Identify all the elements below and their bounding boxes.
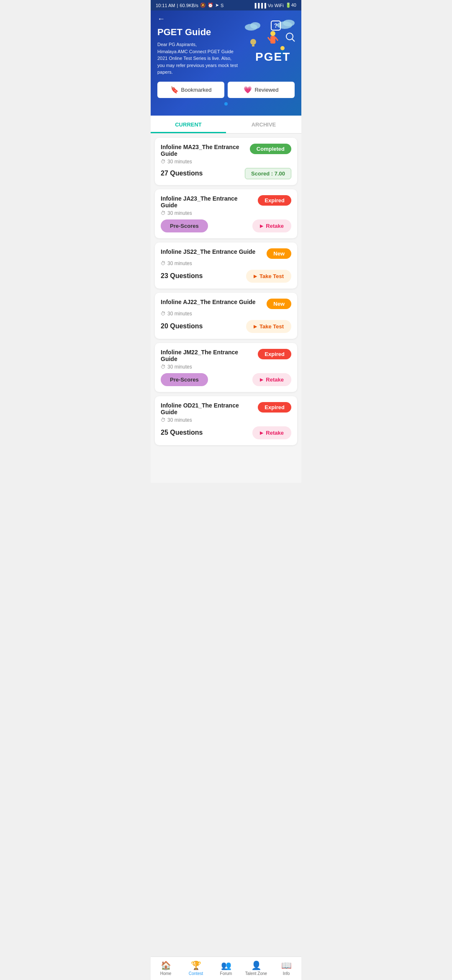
svg-point-6 <box>286 33 293 40</box>
retake-button-6[interactable]: ▶ Retake <box>252 426 291 439</box>
card-time-5: ⏱ 30 minutes <box>161 364 291 370</box>
card-time-6: ⏱ 30 minutes <box>161 417 291 423</box>
card-header-2: Infoline JA23_The Entrance Guide Expired <box>161 195 291 209</box>
questions-1: 27 Questions <box>161 170 203 177</box>
test-card-5: Infoline JM22_The Entrance Guide Expired… <box>155 343 297 392</box>
card-footer-5: Pre-Scores ▶ Retake <box>161 373 291 386</box>
clock-icon-1: ⏱ <box>161 159 166 165</box>
svg-rect-16 <box>252 45 254 46</box>
taketest-label-4: Take Test <box>259 323 284 330</box>
badge-expired-2: Expired <box>258 195 291 206</box>
back-button[interactable]: ← <box>157 15 165 23</box>
badge-completed-1: Completed <box>250 144 291 154</box>
svg-line-11 <box>275 37 278 41</box>
card-time-3: ⏱ 30 minutes <box>161 260 291 266</box>
clock-icon-4: ⏱ <box>161 311 166 317</box>
status-network: | <box>177 3 178 8</box>
retake-button-5[interactable]: ▶ Retake <box>252 373 291 386</box>
reviewed-button[interactable]: 💗 Reviewed <box>228 82 295 98</box>
svg-text:PGET: PGET <box>255 50 290 63</box>
card-footer-6: 25 Questions ▶ Retake <box>161 426 291 439</box>
battery-icon: 🔋40 <box>285 3 296 8</box>
svg-point-8 <box>270 31 275 36</box>
status-left: 10:11 AM | 60.9KB/s 🔕 ⏰ ➤ S <box>156 3 223 8</box>
clock-icon-5: ⏱ <box>161 364 166 370</box>
prescores-button-2[interactable]: Pre-Scores <box>161 219 208 232</box>
badge-expired-6: Expired <box>258 402 291 413</box>
test-card-1: Infoline MA23_The Entrance Guide Complet… <box>155 138 297 185</box>
header: ← PGET Guide Dear PG Aspirants,Himalaya … <box>151 10 301 116</box>
questions-4: 20 Questions <box>161 322 203 330</box>
play-icon-3: ▶ <box>254 274 257 279</box>
card-time-1: ⏱ 30 minutes <box>161 159 291 165</box>
card-footer-1: 27 Questions Scored : 7.00 <box>161 168 291 179</box>
content-area: Infoline MA23_The Entrance Guide Complet… <box>151 134 301 483</box>
svg-rect-9 <box>270 36 275 44</box>
clock-icon-6: ⏱ <box>161 417 166 423</box>
scored-badge-1: Scored : 7.00 <box>245 168 291 179</box>
svg-line-10 <box>268 37 270 41</box>
badge-expired-5: Expired <box>258 349 291 359</box>
divider-dot <box>157 98 295 107</box>
svg-line-7 <box>292 39 295 41</box>
card-title-6: Infoline OD21_The Entrance Guide <box>161 402 254 415</box>
tab-current[interactable]: CURRENT <box>151 116 226 133</box>
clock-icon-2: ⏱ <box>161 210 166 216</box>
card-time-4: ⏱ 30 minutes <box>161 311 291 317</box>
play-icon-6: ▶ <box>260 431 263 435</box>
bookmarked-button[interactable]: 🔖 Bookmarked <box>157 82 224 98</box>
card-footer-3: 23 Questions ▶ Take Test <box>161 270 291 283</box>
play-icon-2: ▶ <box>260 224 263 228</box>
signal-icon: ▐▐▐▐ <box>253 3 266 8</box>
duration-2: 30 minutes <box>167 210 192 216</box>
duration-1: 30 minutes <box>167 159 192 165</box>
status-speed: 60.9KB/s <box>180 3 198 8</box>
card-time-2: ⏱ 30 minutes <box>161 210 291 216</box>
status-time: 10:11 AM <box>156 3 175 8</box>
duration-5: 30 minutes <box>167 364 192 370</box>
status-bar: 10:11 AM | 60.9KB/s 🔕 ⏰ ➤ S ▐▐▐▐ Vo WiFi… <box>151 0 301 10</box>
duration-4: 30 minutes <box>167 311 192 317</box>
clock-icon-3: ⏱ <box>161 260 166 266</box>
duration-6: 30 minutes <box>167 417 192 423</box>
questions-6: 25 Questions <box>161 429 203 436</box>
taketest-label-3: Take Test <box>259 273 284 279</box>
svg-point-1 <box>250 22 260 29</box>
bookmark-icon: 🔖 <box>170 86 179 94</box>
play-icon-5: ▶ <box>260 377 263 382</box>
duration-3: 30 minutes <box>167 260 192 266</box>
retake-label-2: Retake <box>266 223 284 229</box>
card-title-1: Infoline MA23_The Entrance Guide <box>161 144 247 157</box>
test-card-4: Infoline AJ22_The Entrance Guide New ⏱ 3… <box>155 293 297 339</box>
retake-label-6: Retake <box>266 430 284 436</box>
svg-point-3 <box>283 20 295 26</box>
card-header-6: Infoline OD21_The Entrance Guide Expired <box>161 402 291 415</box>
wifi-icon: Vo WiFi <box>268 3 284 8</box>
card-title-4: Infoline AJ22_The Entrance Guide <box>161 299 263 305</box>
tab-archive[interactable]: ARCHIVE <box>226 116 301 133</box>
svg-point-12 <box>280 46 285 50</box>
status-right: ▐▐▐▐ Vo WiFi 🔋40 <box>253 3 296 8</box>
tab-bar: CURRENT ARCHIVE <box>151 116 301 134</box>
alarm-icon: ⏰ <box>208 3 213 8</box>
card-footer-2: Pre-Scores ▶ Retake <box>161 219 291 232</box>
card-title-3: Infoline JS22_The Entrance Guide <box>161 248 263 255</box>
play-icon-4: ▶ <box>254 324 257 329</box>
taketest-button-3[interactable]: ▶ Take Test <box>246 270 291 283</box>
card-header-4: Infoline AJ22_The Entrance Guide New <box>161 299 291 309</box>
header-description: Dear PG Aspirants,Himalaya AMC Connect P… <box>157 41 240 76</box>
taketest-button-4[interactable]: ▶ Take Test <box>246 320 291 333</box>
test-card-6: Infoline OD21_The Entrance Guide Expired… <box>155 396 297 445</box>
retake-button-2[interactable]: ▶ Retake <box>252 219 291 232</box>
card-title-5: Infoline JM22_The Entrance Guide <box>161 349 254 362</box>
card-header-3: Infoline JS22_The Entrance Guide New <box>161 248 291 259</box>
card-footer-4: 20 Questions ▶ Take Test <box>161 320 291 333</box>
nav-icon: ➤ <box>215 3 219 8</box>
bookmarked-label: Bookmarked <box>181 87 212 93</box>
s-icon: S <box>221 3 223 8</box>
card-header-5: Infoline JM22_The Entrance Guide Expired <box>161 349 291 362</box>
test-card-3: Infoline JS22_The Entrance Guide New ⏱ 3… <box>155 242 297 289</box>
svg-text:?: ? <box>274 22 278 29</box>
prescores-button-5[interactable]: Pre-Scores <box>161 373 208 386</box>
badge-new-4: New <box>267 299 291 309</box>
